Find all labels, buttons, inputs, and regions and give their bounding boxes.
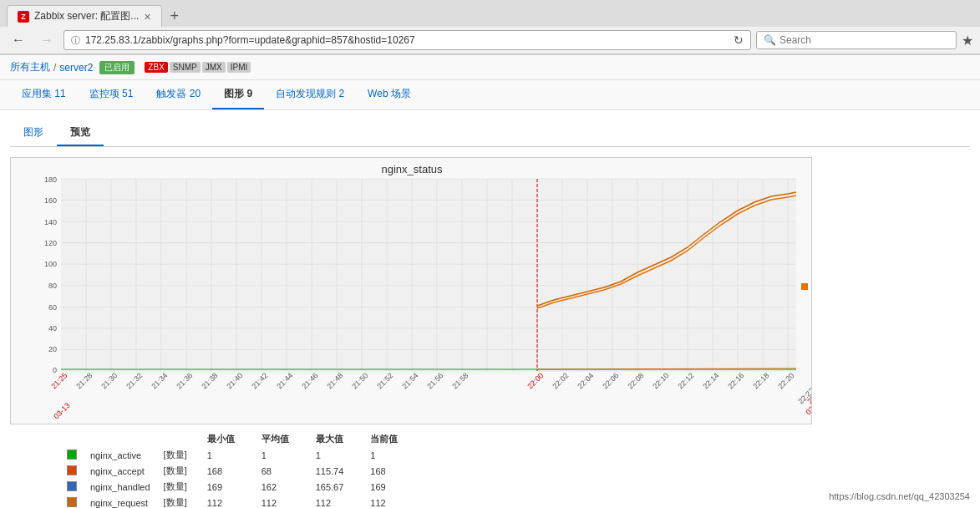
tab-graph[interactable]: 图形 xyxy=(10,120,57,146)
legend-header-avg: 平均值 xyxy=(248,431,302,447)
search-input[interactable] xyxy=(779,34,949,46)
browser-tab[interactable]: Z Zabbix server: 配置图... × xyxy=(7,5,162,27)
svg-text:22:16: 22:16 xyxy=(726,371,745,390)
info-icon: ⓘ xyxy=(71,34,80,47)
svg-text:22:12: 22:12 xyxy=(676,371,695,390)
svg-text:22:10: 22:10 xyxy=(651,371,670,390)
sub-navigation: 应用集 11 监控项 51 触发器 20 图形 9 自动发现规则 2 Web 场… xyxy=(0,80,980,110)
legend-row: nginx_handled [数量] 169 162 165.67 169 xyxy=(60,479,411,495)
footer-link: https://blog.csdn.net/qq_42303254 xyxy=(829,491,970,501)
subnav-web[interactable]: Web 场景 xyxy=(356,80,423,109)
svg-text:100: 100 xyxy=(44,260,57,268)
svg-text:60: 60 xyxy=(48,303,57,312)
close-tab-button[interactable]: × xyxy=(144,10,150,23)
svg-rect-0 xyxy=(61,179,796,371)
svg-text:21:38: 21:38 xyxy=(200,371,219,390)
url-text: 172.25.83.1/zabbix/graphs.php?form=updat… xyxy=(85,34,729,46)
chart-title: nginx_status xyxy=(382,163,443,175)
breadcrumb: 所有主机 / server2 已启用 ZBX SNMP JMX IPMI xyxy=(0,55,980,80)
legend-row: nginx_request [数量] 112 112 112 112 xyxy=(60,495,411,508)
svg-text:22:18: 22:18 xyxy=(751,371,770,390)
svg-text:0: 0 xyxy=(53,366,57,374)
svg-text:180: 180 xyxy=(44,175,57,184)
subnav-discovery[interactable]: 自动发现规则 2 xyxy=(264,80,356,109)
svg-text:140: 140 xyxy=(44,218,57,226)
search-icon: 🔍 xyxy=(764,34,776,46)
svg-text:22:08: 22:08 xyxy=(626,371,645,390)
refresh-button[interactable]: ↻ xyxy=(734,33,744,47)
all-hosts-link[interactable]: 所有主机 xyxy=(10,60,50,74)
tag-snmp: SNMP xyxy=(170,62,201,73)
content-tabs: 图形 预览 xyxy=(10,120,970,147)
svg-text:03-13: 03-13 xyxy=(52,401,71,420)
svg-text:20: 20 xyxy=(48,345,57,353)
svg-text:22:06: 22:06 xyxy=(601,371,620,390)
svg-text:21:42: 21:42 xyxy=(250,371,269,390)
svg-text:21:46: 21:46 xyxy=(300,371,319,390)
svg-text:21:56: 21:56 xyxy=(425,371,444,390)
svg-text:21:44: 21:44 xyxy=(275,371,294,390)
svg-text:21:30: 21:30 xyxy=(99,371,119,390)
svg-text:21:28: 21:28 xyxy=(74,371,94,390)
svg-text:22:14: 22:14 xyxy=(701,371,720,390)
svg-text:80: 80 xyxy=(48,282,57,290)
subnav-graphs[interactable]: 图形 9 xyxy=(212,80,264,109)
tag-ipmi: IPMI xyxy=(227,62,251,73)
chart-area: nginx_status xyxy=(10,157,970,424)
tag-jmx: JMX xyxy=(202,62,226,73)
host-tags: ZBX SNMP JMX IPMI xyxy=(145,62,251,73)
host-link[interactable]: server2 xyxy=(59,62,93,74)
chart-svg: nginx_status xyxy=(10,157,812,424)
subnav-triggers[interactable]: 触发器 20 xyxy=(145,80,212,109)
legend-row: nginx_active [数量] 1 1 1 1 xyxy=(60,447,411,463)
legend-row: nginx_accept [数量] 168 68 115.74 168 xyxy=(60,463,411,479)
svg-text:40: 40 xyxy=(48,324,57,333)
svg-text:120: 120 xyxy=(44,239,57,247)
svg-text:21:40: 21:40 xyxy=(225,371,244,390)
new-tab-button[interactable]: + xyxy=(165,6,185,27)
tag-zbx: ZBX xyxy=(145,62,167,73)
tab-favicon: Z xyxy=(18,11,29,23)
svg-text:22:04: 22:04 xyxy=(576,371,595,390)
svg-text:21:54: 21:54 xyxy=(400,371,419,390)
svg-text:22:20: 22:20 xyxy=(776,371,795,390)
back-button[interactable]: ← xyxy=(7,31,30,49)
legend-header-cur: 当前值 xyxy=(357,431,411,447)
svg-rect-85 xyxy=(801,283,808,290)
legend-header-min: 最小值 xyxy=(194,431,248,447)
breadcrumb-separator: / xyxy=(53,62,56,74)
svg-text:21:32: 21:32 xyxy=(124,371,144,390)
tab-title: Zabbix server: 配置图... xyxy=(34,9,139,23)
subnav-apps[interactable]: 应用集 11 xyxy=(10,80,78,109)
host-status-badge: 已启用 xyxy=(99,61,135,74)
svg-text:21:58: 21:58 xyxy=(450,371,470,390)
svg-text:22:00: 22:00 xyxy=(526,371,545,390)
bookmark-button[interactable]: ★ xyxy=(962,33,973,48)
svg-text:21:48: 21:48 xyxy=(325,371,344,390)
svg-text:21:52: 21:52 xyxy=(375,371,394,390)
svg-text:21:36: 21:36 xyxy=(175,371,194,390)
subnav-items[interactable]: 监控项 51 xyxy=(78,80,145,109)
svg-text:21:34: 21:34 xyxy=(150,371,169,390)
svg-text:21:50: 21:50 xyxy=(350,371,369,390)
svg-text:22:02: 22:02 xyxy=(551,371,570,390)
tab-preview[interactable]: 预览 xyxy=(57,120,104,146)
forward-button[interactable]: → xyxy=(35,31,58,49)
legend-header-max: 最大值 xyxy=(302,431,358,447)
svg-text:160: 160 xyxy=(44,196,57,205)
